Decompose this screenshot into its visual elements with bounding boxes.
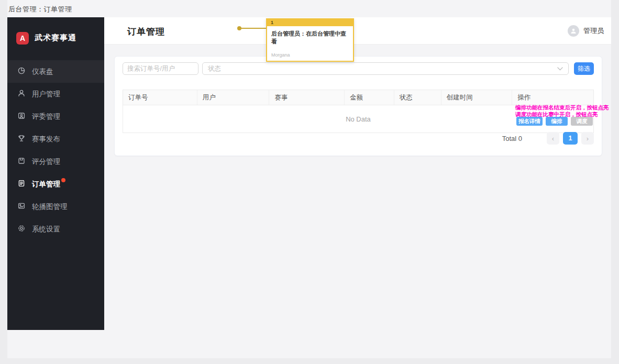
sidebar-item-users[interactable]: 用户管理 bbox=[7, 83, 104, 105]
sidebar-item-settings[interactable]: 系统设置 bbox=[7, 218, 104, 240]
judge-icon bbox=[17, 112, 26, 122]
action-note-line1: 编排功能在报名结束后开启，按钮点亮 bbox=[515, 104, 593, 111]
screen: 后台管理：订单管理 A 武术赛事通 仪表盘 用户管理 bbox=[0, 0, 619, 364]
annotation-index: 1 bbox=[267, 19, 353, 26]
user-menu[interactable]: 管理员 bbox=[568, 25, 604, 37]
user-name: 管理员 bbox=[583, 26, 604, 36]
sidebar-item-label: 系统设置 bbox=[32, 225, 60, 234]
page-1-button[interactable]: 1 bbox=[563, 132, 578, 145]
sidebar-item-judges[interactable]: 评委管理 bbox=[7, 105, 104, 128]
status-select[interactable]: 状态 bbox=[202, 62, 569, 75]
app-logo-icon: A bbox=[16, 32, 29, 45]
column-header-created: 创建时间 bbox=[441, 90, 513, 105]
pagination: Total 0 ‹ 1 › bbox=[502, 132, 594, 145]
next-page-button[interactable]: › bbox=[581, 132, 594, 145]
brand-name: 武术赛事通 bbox=[35, 33, 76, 43]
score-icon bbox=[17, 157, 26, 167]
notification-badge bbox=[61, 178, 65, 182]
status-select-placeholder: 状态 bbox=[208, 64, 221, 73]
trophy-icon bbox=[17, 134, 26, 144]
column-header-amount: 金额 bbox=[345, 90, 394, 105]
filter-button[interactable]: 筛选 bbox=[574, 62, 594, 75]
registration-details-button[interactable]: 报名详情 bbox=[516, 117, 543, 126]
filter-bar: 状态 筛选 bbox=[123, 62, 594, 75]
action-annotation-note: 编排功能在报名结束后开启，按钮点亮 调度功能在比赛中开启，按钮点亮 bbox=[515, 104, 593, 117]
chevron-down-icon bbox=[557, 65, 563, 72]
dashboard-icon bbox=[17, 67, 26, 76]
column-header-order-no: 订单号 bbox=[123, 90, 197, 105]
dispatch-button[interactable]: 调度 bbox=[571, 117, 593, 126]
sidebar-item-orders[interactable]: 订单管理 bbox=[7, 173, 104, 195]
page-title: 订单管理 bbox=[127, 26, 165, 38]
user-icon bbox=[17, 89, 26, 99]
sidebar: A 武术赛事通 仪表盘 用户管理 bbox=[7, 17, 104, 330]
column-header-status: 状态 bbox=[394, 90, 441, 105]
brand: A 武术赛事通 bbox=[7, 17, 104, 48]
sidebar-item-label: 评委管理 bbox=[32, 112, 60, 122]
breadcrumb: 后台管理：订单管理 bbox=[8, 5, 72, 14]
search-input[interactable] bbox=[123, 62, 198, 75]
main-area: 订单管理 管理员 状态 bbox=[104, 17, 611, 358]
column-header-user: 用户 bbox=[197, 90, 270, 105]
main-header: 订单管理 管理员 bbox=[104, 17, 611, 45]
sidebar-item-scoring[interactable]: 评分管理 bbox=[7, 150, 104, 173]
annotation-tooltip: 1 后台管理员：在后台管理中查看 Morgana bbox=[266, 18, 354, 62]
prev-page-button[interactable]: ‹ bbox=[547, 132, 559, 145]
orders-table: 订单号 用户 赛事 金额 状态 创建时间 操作 No Data bbox=[123, 90, 594, 133]
column-header-actions: 操作 bbox=[512, 90, 593, 105]
sidebar-item-label: 赛事发布 bbox=[32, 135, 60, 144]
arrange-button[interactable]: 编排 bbox=[546, 117, 568, 126]
action-buttons: 报名详情 编排 调度 bbox=[516, 117, 593, 126]
sidebar-item-label: 用户管理 bbox=[32, 90, 60, 99]
annotation-text: 后台管理员：在后台管理中查看 bbox=[267, 26, 353, 46]
sidebar-item-label: 仪表盘 bbox=[32, 67, 53, 76]
total-count: Total 0 bbox=[502, 135, 522, 142]
orders-card: 状态 筛选 订单号 用户 赛事 金额 状态 bbox=[114, 56, 602, 156]
sidebar-item-carousel[interactable]: 轮播图管理 bbox=[7, 195, 104, 218]
table-row: No Data 编排功能在报名结束后开启，按钮点亮 调度功能在比赛中开启，按钮点… bbox=[123, 105, 593, 133]
sidebar-item-label: 订单管理 bbox=[32, 180, 60, 189]
avatar-icon bbox=[568, 25, 579, 37]
order-icon bbox=[17, 179, 26, 189]
sidebar-item-label: 评分管理 bbox=[32, 157, 60, 167]
annotation-author: Morgana bbox=[271, 52, 290, 58]
sidebar-item-dashboard[interactable]: 仪表盘 bbox=[7, 60, 104, 83]
actions-cell: 编排功能在报名结束后开启，按钮点亮 调度功能在比赛中开启，按钮点亮 报名详情 编… bbox=[512, 105, 593, 133]
annotation-connector-line bbox=[241, 28, 266, 29]
sidebar-item-label: 轮播图管理 bbox=[32, 202, 68, 212]
gear-icon bbox=[17, 224, 26, 234]
column-header-event: 赛事 bbox=[269, 90, 345, 105]
sidebar-item-events[interactable]: 赛事发布 bbox=[7, 128, 104, 150]
content: 状态 筛选 订单号 用户 赛事 金额 状态 bbox=[104, 45, 611, 358]
sidebar-nav: 仪表盘 用户管理 评委管理 bbox=[7, 60, 104, 240]
table-header-row: 订单号 用户 赛事 金额 状态 创建时间 操作 bbox=[123, 90, 593, 105]
carousel-icon bbox=[17, 202, 26, 212]
